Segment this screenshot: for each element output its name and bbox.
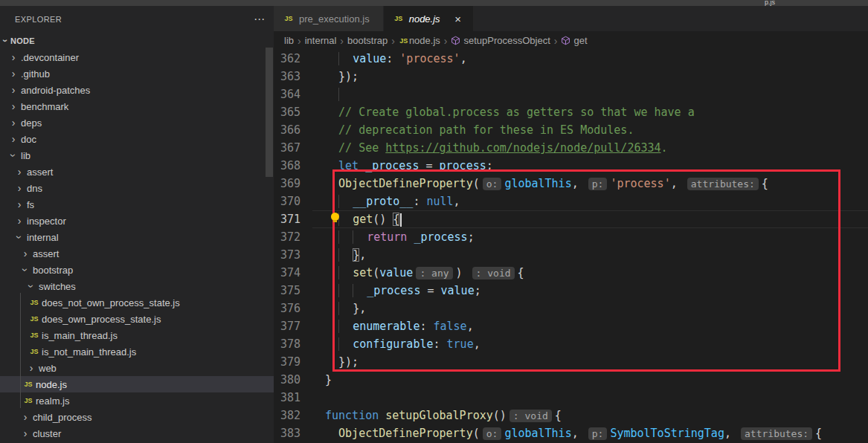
code-text[interactable]: [312, 85, 868, 103]
code-line[interactable]: 362 value: 'process',: [274, 50, 868, 68]
line-number[interactable]: 370: [274, 193, 312, 210]
line-number[interactable]: 373: [274, 246, 312, 264]
line-number[interactable]: 371: [274, 210, 312, 228]
tree-item-does_own_process_state.js[interactable]: JSdoes_own_process_state.js: [0, 311, 274, 327]
code-line[interactable]: 372 return _process;: [274, 228, 868, 246]
tree-item-child_process[interactable]: ›child_process: [0, 409, 274, 425]
tree-item-cluster[interactable]: ›cluster: [0, 425, 274, 442]
code-text[interactable]: set(value: any) : void{: [312, 264, 868, 282]
code-line[interactable]: 364: [274, 85, 868, 103]
tree-item-assert[interactable]: ›assert: [0, 245, 274, 262]
tab-pre_execution.js[interactable]: JSpre_execution.js: [274, 6, 383, 31]
tree-item-android-patches[interactable]: ›android-patches: [0, 82, 274, 98]
code-text[interactable]: value: 'process',: [312, 50, 868, 68]
code-line[interactable]: 383 ObjectDefineProperty(o:globalThis, p…: [274, 424, 868, 442]
code-text[interactable]: __proto__: null,: [312, 193, 868, 210]
code-text[interactable]: ObjectDefineProperty(o:globalThis, p:'pr…: [312, 175, 868, 193]
code-text[interactable]: // Create global.process as getters so t…: [312, 103, 868, 121]
breadcrumb-item-bootstrap[interactable]: bootstrap: [347, 35, 388, 46]
breadcrumb-item-get[interactable]: get: [561, 35, 587, 46]
code-text[interactable]: });: [312, 68, 868, 85]
tree-item-dns[interactable]: ›dns: [0, 180, 274, 196]
tree-item-deps[interactable]: ›deps: [0, 114, 274, 131]
close-icon[interactable]: ×: [452, 13, 464, 25]
code-line[interactable]: 366 // deprecation path for these in ES …: [274, 121, 868, 139]
code-line[interactable]: 382function setupGlobalProxy(): void{: [274, 407, 868, 424]
code-line[interactable]: 379 });: [274, 353, 868, 371]
tree-item-fs[interactable]: ›fs: [0, 196, 274, 213]
line-number[interactable]: 382: [274, 407, 312, 424]
code-text[interactable]: // See https://github.com/nodejs/node/pu…: [312, 139, 868, 157]
section-header-node[interactable]: › NODE: [0, 33, 274, 49]
code-text[interactable]: ObjectDefineProperty(o:globalThis, p:Sym…: [312, 424, 868, 442]
line-number[interactable]: 375: [274, 282, 312, 300]
code-text[interactable]: // deprecation path for these in ES Modu…: [312, 121, 868, 139]
tree-item-node.js[interactable]: JSnode.js: [0, 376, 274, 392]
code-line[interactable]: 371 get() {: [274, 210, 868, 228]
line-number[interactable]: 369: [274, 175, 312, 193]
code-line[interactable]: 365 // Create global.process as getters …: [274, 103, 868, 121]
tree-item-doc[interactable]: ›doc: [0, 131, 274, 147]
code-text[interactable]: }: [312, 371, 868, 389]
code-line[interactable]: 380}: [274, 371, 868, 389]
tree-item-web[interactable]: ›web: [0, 360, 274, 376]
tree-item-inspector[interactable]: ›inspector: [0, 213, 274, 229]
line-number[interactable]: 364: [274, 85, 312, 103]
code-text[interactable]: [312, 389, 868, 407]
code-line[interactable]: 370 __proto__: null,: [274, 193, 868, 210]
tree-item-lib[interactable]: ›lib: [0, 147, 274, 164]
code-text[interactable]: _process = value;: [312, 282, 868, 300]
code-text[interactable]: },: [312, 300, 868, 317]
line-number[interactable]: 362: [274, 50, 312, 68]
line-number[interactable]: 363: [274, 68, 312, 85]
line-number[interactable]: 366: [274, 121, 312, 139]
tree-item-is_not_main_thread.js[interactable]: JSis_not_main_thread.js: [0, 343, 274, 360]
code-line[interactable]: 376 },: [274, 300, 868, 317]
sidebar-scrollbar[interactable]: [266, 48, 273, 177]
code-line[interactable]: 375 _process = value;: [274, 282, 868, 300]
breadcrumb-item-lib[interactable]: lib: [284, 35, 294, 46]
line-number[interactable]: 376: [274, 300, 312, 317]
line-number[interactable]: 383: [274, 424, 312, 442]
breadcrumb-item-setupProcessObject[interactable]: setupProcessObject: [451, 35, 550, 46]
line-number[interactable]: 379: [274, 353, 312, 371]
tree-item-benchmark[interactable]: ›benchmark: [0, 98, 274, 114]
tree-item-bootstrap[interactable]: ›bootstrap: [0, 262, 274, 278]
code-text[interactable]: get() {: [312, 210, 868, 228]
code-line[interactable]: 369 ObjectDefineProperty(o:globalThis, p…: [274, 175, 868, 193]
code-text[interactable]: function setupGlobalProxy(): void{: [312, 407, 868, 424]
code-text[interactable]: return _process;: [312, 228, 868, 246]
code-text[interactable]: configurable: true,: [312, 335, 868, 353]
code-text[interactable]: enumerable: false,: [312, 317, 868, 335]
code-line[interactable]: 367 // See https://github.com/nodejs/nod…: [274, 139, 868, 157]
line-number[interactable]: 374: [274, 264, 312, 282]
line-number[interactable]: 367: [274, 139, 312, 157]
breadcrumb-item-node.js[interactable]: JSnode.js: [399, 35, 440, 46]
code-text[interactable]: });: [312, 353, 868, 371]
line-number[interactable]: 365: [274, 103, 312, 121]
code-line[interactable]: 373 },: [274, 246, 868, 264]
more-actions-icon[interactable]: ⋯: [254, 16, 265, 23]
code-text[interactable]: },: [312, 246, 868, 264]
line-number[interactable]: 380: [274, 371, 312, 389]
line-number[interactable]: 372: [274, 228, 312, 246]
code-line[interactable]: 378 configurable: true,: [274, 335, 868, 353]
code-line[interactable]: 381: [274, 389, 868, 407]
tree-item-internal[interactable]: ›internal: [0, 229, 274, 245]
breadcrumb-item-internal[interactable]: internal: [305, 35, 337, 46]
line-number[interactable]: 381: [274, 389, 312, 407]
line-number[interactable]: 378: [274, 335, 312, 353]
code-line[interactable]: 377 enumerable: false,: [274, 317, 868, 335]
code-line[interactable]: 368 let _process = process;: [274, 157, 868, 175]
line-number[interactable]: 377: [274, 317, 312, 335]
tree-item-assert[interactable]: ›assert: [0, 164, 274, 180]
lightbulb-icon[interactable]: [331, 213, 339, 221]
tab-node.js[interactable]: JSnode.js×: [384, 6, 473, 31]
tree-item-is_main_thread.js[interactable]: JSis_main_thread.js: [0, 327, 274, 343]
tree-item-.github[interactable]: ›.github: [0, 65, 274, 82]
tree-item-switches[interactable]: ›switches: [0, 278, 274, 294]
code-line[interactable]: 363 });: [274, 68, 868, 85]
code-text[interactable]: let _process = process;: [312, 157, 868, 175]
tree-item-does_not_own_process_state.js[interactable]: JSdoes_not_own_process_state.js: [0, 294, 274, 311]
tree-item-realm.js[interactable]: JSrealm.js: [0, 392, 274, 409]
